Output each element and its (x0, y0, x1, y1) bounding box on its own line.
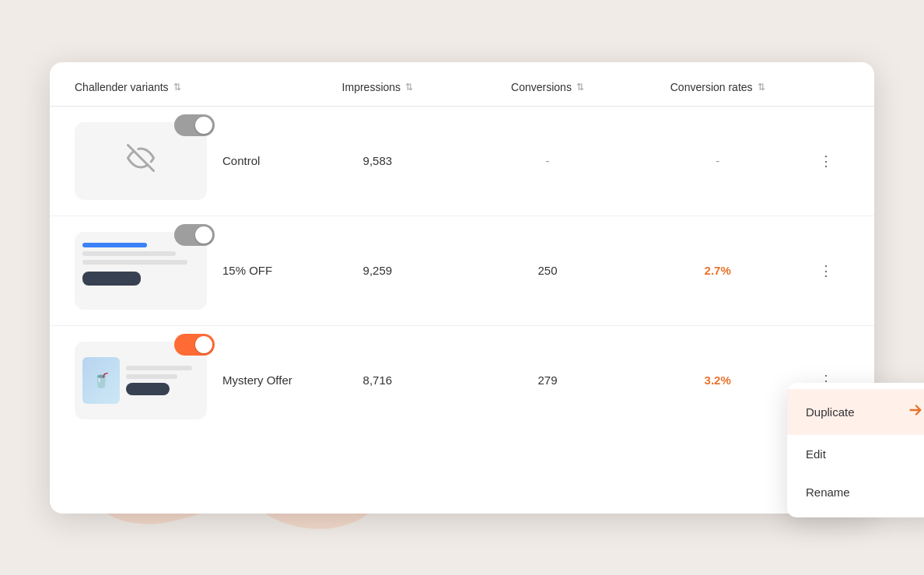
toggle-knob-discount (195, 226, 212, 244)
header-rates-label: Conversion rates (670, 81, 753, 93)
rate-discount: 2.7% (632, 264, 803, 277)
table-row: 🥤 Mystery Offer 8,716 279 3.2% (50, 326, 874, 435)
impressions-mystery: 8,716 (292, 373, 463, 387)
variant-cell-control: Control (75, 122, 292, 200)
variant-cell-mystery: 🥤 Mystery Offer (75, 342, 292, 419)
actions-control: ⋮ (803, 149, 849, 174)
table-row: 15% OFF 9,259 250 2.7% ⋮ (50, 216, 874, 326)
variant-thumb-mystery: 🥤 (75, 342, 207, 419)
variants-table: Challender variants ⇅ Impressions ⇅ Conv… (50, 62, 874, 435)
eye-slash-icon (127, 144, 155, 177)
header-variants-label: Challender variants (75, 81, 169, 93)
toggle-knob-control (195, 117, 212, 134)
mystery-line-1 (126, 366, 192, 370)
rate-control: - (632, 154, 803, 167)
impressions-control: 9,583 (292, 154, 463, 167)
sort-icon-conversions: ⇅ (576, 82, 584, 93)
more-button-control[interactable]: ⋮ (814, 149, 838, 174)
header-impressions-label: Impressions (342, 81, 401, 93)
variant-thumb-discount (75, 232, 207, 310)
variant-name-control: Control (222, 154, 260, 167)
header-rates[interactable]: Conversion rates ⇅ (632, 81, 803, 93)
toggle-knob-mystery (195, 336, 212, 353)
variant-thumb-control (75, 122, 207, 200)
variant-cell-discount: 15% OFF (75, 232, 292, 310)
table-row: Control 9,583 - - ⋮ (50, 107, 874, 216)
variant-name-mystery: Mystery Offer (222, 373, 292, 387)
context-menu-item-duplicate[interactable]: Duplicate (787, 389, 924, 435)
mock-line-1 (82, 243, 147, 247)
context-menu: Duplicate Edit Rename (787, 383, 924, 517)
toggle-control[interactable] (174, 114, 215, 136)
toggle-mystery[interactable] (174, 334, 215, 356)
sort-icon-variants: ⇅ (173, 82, 181, 93)
mock-line-2 (82, 251, 176, 256)
sort-icon-rates: ⇅ (758, 82, 765, 93)
arrow-icon (907, 401, 924, 422)
rename-label: Rename (806, 486, 850, 499)
header-conversions-label: Conversions (511, 81, 572, 93)
variant-name-discount: 15% OFF (222, 264, 272, 277)
conversions-discount: 250 (463, 264, 633, 277)
context-menu-item-edit[interactable]: Edit (787, 435, 924, 473)
conversions-control: - (463, 154, 633, 167)
main-card: Challender variants ⇅ Impressions ⇅ Conv… (50, 62, 874, 514)
actions-mystery: ⋮ Duplicate Edit R (803, 368, 849, 393)
conversions-mystery: 279 (463, 373, 633, 387)
toggle-discount[interactable] (174, 224, 215, 246)
rate-mystery: 3.2% (632, 373, 803, 387)
sort-icon-impressions: ⇅ (405, 82, 413, 93)
header-conversions[interactable]: Conversions ⇅ (463, 81, 633, 93)
more-button-discount[interactable]: ⋮ (814, 258, 838, 283)
table-header: Challender variants ⇅ Impressions ⇅ Conv… (50, 62, 874, 107)
context-menu-item-rename[interactable]: Rename (787, 473, 924, 511)
impressions-discount: 9,259 (292, 264, 463, 277)
mystery-content (126, 366, 199, 395)
header-impressions[interactable]: Impressions ⇅ (292, 81, 463, 93)
mystery-product-image: 🥤 (82, 357, 120, 404)
duplicate-label: Duplicate (806, 405, 855, 419)
edit-label: Edit (806, 447, 826, 461)
actions-discount: ⋮ (803, 258, 849, 283)
mock-btn-discount (82, 272, 141, 286)
mock-line-3 (82, 260, 187, 265)
header-variants[interactable]: Challender variants ⇅ (75, 81, 292, 93)
mystery-line-2 (126, 374, 177, 379)
mystery-btn (126, 383, 170, 395)
